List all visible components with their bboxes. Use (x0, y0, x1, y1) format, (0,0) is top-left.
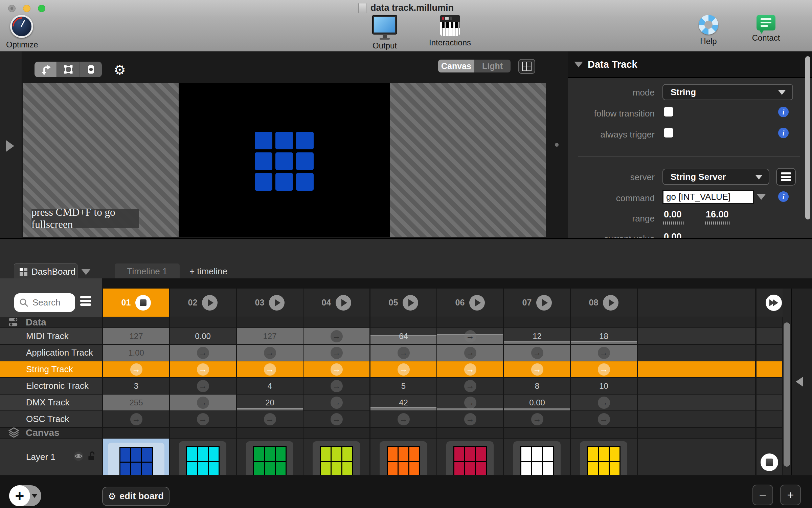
server-dropdown[interactable]: String Server (662, 169, 769, 185)
board-vscrollbar[interactable] (784, 322, 790, 467)
cue-cell-string-04[interactable]: → (303, 361, 369, 377)
media-thumbnail-selected[interactable] (108, 443, 164, 475)
range-max-stepper[interactable] (705, 221, 730, 225)
command-input[interactable] (662, 190, 754, 204)
cue-cell-dmx-08[interactable]: → (571, 395, 637, 410)
cue-cell-application-07[interactable]: → (504, 345, 570, 361)
track-row-dmx[interactable]: DMX Track (0, 395, 102, 410)
command-info-icon[interactable]: i (778, 191, 789, 202)
layer-media-slot-05[interactable] (370, 439, 436, 475)
cue-cell-application-05[interactable]: → (370, 345, 436, 361)
left-sidebar-strip[interactable] (0, 51, 22, 238)
add-timeline-button[interactable]: + timeline (189, 263, 227, 279)
panel-drag-handle[interactable] (555, 143, 559, 147)
play-icon[interactable] (403, 295, 418, 311)
media-thumbnail[interactable] (580, 441, 627, 475)
track-row-application[interactable]: Application Track (0, 345, 102, 361)
cue-cell-string-07[interactable]: → (504, 361, 570, 377)
cue-column-06[interactable]: 06 (437, 289, 503, 317)
cue-cell-application-01[interactable]: 1.00 (103, 345, 169, 361)
board-list-menu-button[interactable] (80, 295, 91, 307)
board-menu-chevron-icon[interactable] (81, 269, 91, 275)
cue-cell-dmx-07[interactable]: 0.00 (504, 395, 570, 410)
cue-cell-electronic-06[interactable]: → (437, 378, 503, 394)
cornerpin-tool-button[interactable] (57, 62, 79, 77)
mask-tool-button[interactable] (80, 62, 102, 77)
cue-cell-string-03[interactable]: → (237, 361, 303, 377)
play-icon[interactable] (269, 295, 285, 311)
cue-cell-midi-07[interactable]: 12 (504, 328, 570, 344)
add-track-button[interactable]: + (9, 485, 41, 506)
transform-tool-button[interactable] (35, 62, 57, 77)
cue-column-07[interactable]: 07 (504, 289, 570, 317)
media-thumbnail[interactable] (380, 441, 427, 475)
media-thumbnail[interactable] (246, 441, 293, 475)
track-row-osc[interactable]: OSC Track (0, 411, 102, 427)
layer-media-slot-08[interactable] (571, 439, 637, 475)
cue-cell-midi-01[interactable]: 127 (103, 328, 169, 344)
command-expand-icon[interactable] (757, 194, 766, 200)
view-mode-canvas[interactable]: Canvas (438, 60, 474, 72)
track-row-electronic[interactable]: Electronic Track (0, 378, 102, 394)
cue-cell-osc-07[interactable]: → (504, 411, 570, 427)
layer-media-slot-07[interactable] (504, 439, 570, 475)
canvas-preview[interactable] (179, 83, 390, 237)
cue-column-05[interactable]: 05 (370, 289, 436, 317)
range-min-field[interactable]: 0.00 (664, 209, 682, 220)
cue-cell-application-04[interactable]: → (303, 345, 369, 361)
cue-cell-string-05[interactable]: → (370, 361, 436, 377)
cue-cell-dmx-02[interactable]: → (170, 395, 236, 410)
tab-timeline-1[interactable]: Timeline 1 (115, 263, 180, 279)
layer-stop-button[interactable] (761, 453, 778, 471)
cue-cell-string-01[interactable]: → (103, 361, 169, 377)
layer-media-slot-06[interactable] (437, 439, 503, 475)
play-icon[interactable] (536, 295, 552, 311)
cue-column-04[interactable]: 04 (303, 289, 369, 317)
cue-cell-dmx-03[interactable]: 20 (237, 395, 303, 410)
add-column-button[interactable]: + (780, 485, 801, 505)
mode-dropdown[interactable]: String (662, 84, 793, 100)
cue-cell-electronic-08[interactable]: 10 (571, 378, 637, 394)
collapse-board-panel-icon[interactable] (796, 377, 803, 387)
output-button[interactable]: Output (369, 15, 400, 50)
layer-media-slot-03[interactable] (237, 439, 303, 475)
cue-cell-osc-04[interactable]: → (303, 411, 369, 427)
remove-column-button[interactable]: – (752, 485, 773, 505)
cue-cell-dmx-06[interactable]: → (437, 395, 503, 410)
optimize-button[interactable]: Optimize (6, 15, 37, 49)
layer-media-slot-02[interactable] (170, 439, 236, 475)
media-thumbnail[interactable] (446, 441, 494, 475)
media-thumbnail[interactable] (513, 441, 561, 475)
track-row-string[interactable]: String Track (0, 361, 102, 377)
cue-cell-dmx-04[interactable]: → (303, 395, 369, 410)
cue-cell-string-02[interactable]: → (170, 361, 236, 377)
cue-cell-midi-03[interactable]: 127 (237, 328, 303, 344)
cue-column-03[interactable]: 03 (237, 289, 303, 317)
help-button[interactable]: Help (696, 15, 721, 46)
cue-column-08[interactable]: 08 (571, 289, 637, 317)
range-max-field[interactable]: 16.00 (706, 209, 729, 220)
cue-cell-electronic-01[interactable]: 3 (103, 378, 169, 394)
edit-board-button[interactable]: ⚙ edit board (102, 487, 170, 506)
play-icon[interactable] (336, 295, 351, 311)
search-field[interactable] (14, 293, 75, 312)
play-icon[interactable] (469, 295, 485, 311)
media-thumbnail[interactable] (179, 441, 226, 475)
cue-cell-osc-02[interactable]: → (170, 411, 236, 427)
cue-cell-midi-04[interactable]: → (303, 328, 369, 344)
group-row-canvas[interactable]: Canvas (0, 428, 102, 438)
always-trigger-checkbox[interactable] (664, 128, 673, 137)
range-min-stepper[interactable] (663, 221, 685, 225)
stop-icon[interactable] (135, 295, 151, 311)
cue-cell-dmx-01[interactable]: 255 (103, 395, 169, 410)
cue-cell-osc-06[interactable]: → (437, 411, 503, 427)
cue-cell-string-08[interactable]: → (571, 361, 637, 377)
cue-cell-midi-02[interactable]: 0.00 (170, 328, 236, 344)
group-row-data[interactable]: Data (0, 317, 102, 327)
tab-dashboard[interactable]: DashBoard (14, 263, 77, 280)
cue-cell-string-06[interactable]: → (437, 361, 503, 377)
cue-cell-dmx-05[interactable]: 42 (370, 395, 436, 410)
cue-cell-electronic-05[interactable]: 5 (370, 378, 436, 394)
workspace-grid-button[interactable] (518, 59, 535, 74)
always-trigger-info-icon[interactable]: i (778, 128, 789, 138)
